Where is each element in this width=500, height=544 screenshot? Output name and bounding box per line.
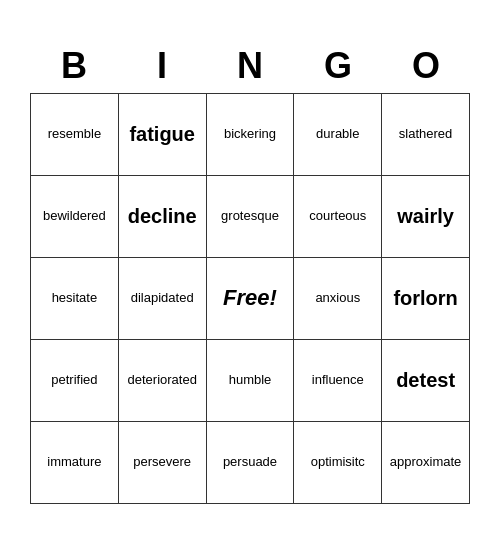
header-letter: I bbox=[118, 41, 206, 91]
bingo-cell: fatigue bbox=[119, 94, 207, 176]
bingo-cell: slathered bbox=[382, 94, 470, 176]
header-letter: B bbox=[30, 41, 118, 91]
bingo-cell: detest bbox=[382, 340, 470, 422]
bingo-cell: bickering bbox=[207, 94, 295, 176]
bingo-cell: deteriorated bbox=[119, 340, 207, 422]
bingo-cell: hesitate bbox=[31, 258, 119, 340]
bingo-cell: forlorn bbox=[382, 258, 470, 340]
bingo-grid: resemblefatiguebickeringdurableslathered… bbox=[30, 93, 470, 504]
bingo-cell: influence bbox=[294, 340, 382, 422]
bingo-cell: durable bbox=[294, 94, 382, 176]
bingo-cell: persuade bbox=[207, 422, 295, 504]
bingo-cell: Free! bbox=[207, 258, 295, 340]
bingo-cell: bewildered bbox=[31, 176, 119, 258]
header-letter: G bbox=[294, 41, 382, 91]
bingo-cell: resemble bbox=[31, 94, 119, 176]
header-letter: O bbox=[382, 41, 470, 91]
bingo-cell: courteous bbox=[294, 176, 382, 258]
bingo-cell: grotesque bbox=[207, 176, 295, 258]
bingo-cell: humble bbox=[207, 340, 295, 422]
bingo-cell: persevere bbox=[119, 422, 207, 504]
bingo-cell: approximate bbox=[382, 422, 470, 504]
bingo-cell: petrified bbox=[31, 340, 119, 422]
bingo-card: BINGO resemblefatiguebickeringdurablesla… bbox=[20, 31, 480, 514]
bingo-cell: anxious bbox=[294, 258, 382, 340]
bingo-cell: optimisitc bbox=[294, 422, 382, 504]
bingo-cell: immature bbox=[31, 422, 119, 504]
bingo-header: BINGO bbox=[30, 41, 470, 91]
bingo-cell: wairly bbox=[382, 176, 470, 258]
header-letter: N bbox=[206, 41, 294, 91]
bingo-cell: dilapidated bbox=[119, 258, 207, 340]
bingo-cell: decline bbox=[119, 176, 207, 258]
